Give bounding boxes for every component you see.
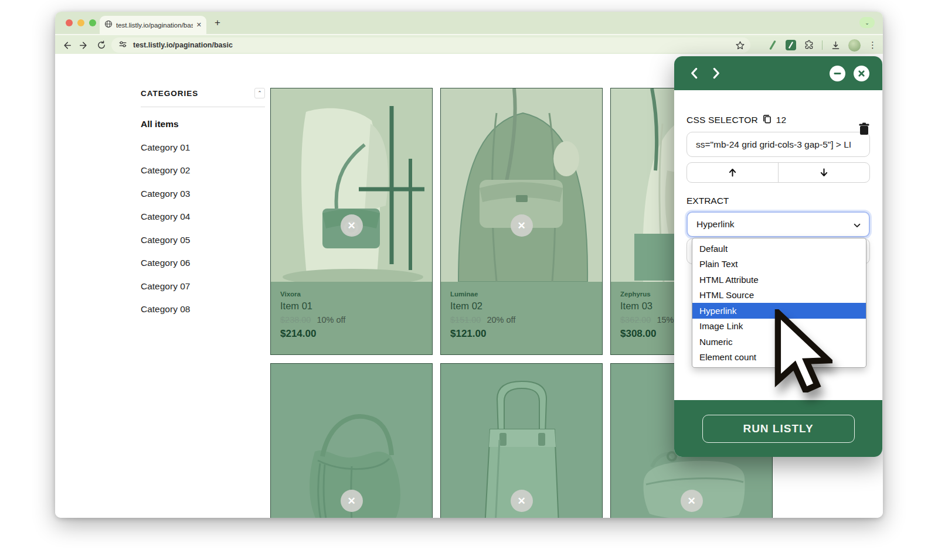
listly-panel-footer: RUN LISTLY <box>674 400 882 457</box>
sidebar-divider <box>141 107 265 107</box>
extract-selected-value: Hyperlink <box>696 219 735 230</box>
product-card[interactable]: ✕ <box>440 363 603 518</box>
categories-heading: CATEGORIES <box>141 89 198 98</box>
toolbar-divider <box>822 40 823 50</box>
minimize-window-button[interactable] <box>77 19 84 26</box>
original-price: $238.00 <box>280 315 311 325</box>
sidebar-item-category-06[interactable]: Category 06 <box>141 258 265 271</box>
back-icon[interactable] <box>61 40 72 50</box>
product-image: ✕ <box>271 364 432 518</box>
extract-select[interactable]: Hyperlink <box>686 211 870 237</box>
sidebar-item-all-items[interactable]: All items <box>141 119 265 132</box>
current-price: $121.00 <box>450 328 593 340</box>
sidebar-item-category-08[interactable]: Category 08 <box>141 304 265 317</box>
browser-window: test.listly.io/pagination/basic ✕ + ⌄ <box>55 12 883 518</box>
arrow-up-icon <box>728 168 738 177</box>
listly-panel-body: CSS SELECTOR 12 ss="mb-24 grid grid-cols… <box>674 114 882 237</box>
reload-icon[interactable] <box>96 40 107 50</box>
tab-title: test.listly.io/pagination/basic <box>116 22 193 29</box>
sidebar-item-category-03[interactable]: Category 03 <box>141 189 265 202</box>
listly-extension-icon[interactable] <box>786 40 796 50</box>
product-card[interactable]: ✕ Luminae Item 02 $151.00 20% off $121.0… <box>440 88 603 355</box>
product-name[interactable]: Item 01 <box>280 301 423 312</box>
listly-panel: CSS SELECTOR 12 ss="mb-24 grid grid-cols… <box>674 56 882 457</box>
mouse-cursor-icon <box>774 309 832 395</box>
deselect-button[interactable]: ✕ <box>681 490 703 512</box>
sidebar-item-category-02[interactable]: Category 02 <box>141 165 265 179</box>
css-selector-label: CSS SELECTOR <box>686 115 758 125</box>
tab-close-icon[interactable]: ✕ <box>196 21 202 29</box>
fullscreen-window-button[interactable] <box>89 19 96 26</box>
product-brand: Vixora <box>280 291 423 298</box>
categories-sidebar: CATEGORIES ⌃ All items Category 01 Categ… <box>141 88 265 327</box>
url-bar[interactable]: test.listly.io/pagination/basic <box>111 37 750 53</box>
option-default[interactable]: Default <box>692 241 866 257</box>
option-html-source[interactable]: HTML Source <box>692 288 866 303</box>
forward-icon[interactable] <box>79 40 89 50</box>
option-html-attribute[interactable]: HTML Attribute <box>692 272 866 288</box>
browser-toolbar: test.listly.io/pagination/basic <box>55 34 883 54</box>
deselect-button[interactable]: ✕ <box>511 214 533 237</box>
tab-search-button[interactable]: ⌄ <box>859 17 875 28</box>
selector-nav-buttons <box>686 162 870 183</box>
prev-chevron-icon[interactable] <box>687 66 702 81</box>
new-tab-button[interactable]: + <box>215 18 220 28</box>
extract-label: EXTRACT <box>686 196 870 206</box>
downloads-icon[interactable] <box>830 40 841 50</box>
original-price: $362.00 <box>620 315 651 325</box>
sidebar-item-category-07[interactable]: Category 07 <box>141 281 265 295</box>
deselect-button[interactable]: ✕ <box>341 214 363 237</box>
trash-icon[interactable] <box>858 122 871 138</box>
browser-menu-icon[interactable]: ⋮ <box>868 40 877 50</box>
url-text: test.listly.io/pagination/basic <box>133 41 233 49</box>
product-card[interactable]: ✕ Vixora Item 01 $238.00 10% off $214.00 <box>270 88 433 355</box>
close-window-button[interactable] <box>66 19 73 26</box>
site-settings-icon[interactable] <box>118 40 127 51</box>
product-brand: Luminae <box>450 291 593 298</box>
option-plain-text[interactable]: Plain Text <box>692 257 866 272</box>
original-price: $151.00 <box>450 315 481 325</box>
parent-selector-button[interactable] <box>687 163 778 182</box>
collapse-chevron-icon[interactable]: ⌃ <box>254 88 265 98</box>
product-image: ✕ <box>441 88 602 282</box>
discount-label: 10% off <box>317 315 345 325</box>
css-selector-input[interactable]: ss="mb-24 grid grid-cols-3 gap-5"] > LI <box>686 132 870 157</box>
run-listly-button[interactable]: RUN LISTLY <box>702 415 855 443</box>
screenshot-stage: test.listly.io/pagination/basic ✕ + ⌄ <box>0 0 938 560</box>
select-chevron-icon <box>853 221 861 232</box>
deselect-button[interactable]: ✕ <box>341 490 363 512</box>
copy-icon[interactable] <box>762 114 772 126</box>
extensions-puzzle-icon[interactable] <box>804 40 814 50</box>
minimize-panel-button[interactable] <box>830 66 845 81</box>
browser-tab[interactable]: test.listly.io/pagination/basic ✕ <box>100 16 206 34</box>
product-info: Vixora Item 01 $238.00 10% off $214.00 <box>271 282 432 354</box>
arrow-down-icon <box>819 168 829 177</box>
bookmark-star-icon[interactable] <box>735 40 746 50</box>
sidebar-item-category-04[interactable]: Category 04 <box>141 211 265 225</box>
listly-panel-header <box>674 56 882 90</box>
deselect-button[interactable]: ✕ <box>511 490 533 512</box>
product-image: ✕ <box>441 364 602 518</box>
tab-strip: test.listly.io/pagination/basic ✕ + ⌄ <box>55 12 883 34</box>
next-chevron-icon[interactable] <box>708 66 723 81</box>
sidebar-item-category-05[interactable]: Category 05 <box>141 235 265 248</box>
child-selector-button[interactable] <box>778 163 869 182</box>
current-price: $214.00 <box>280 328 423 340</box>
profile-avatar[interactable] <box>848 39 861 52</box>
close-panel-button[interactable] <box>854 66 869 81</box>
product-info: Luminae Item 02 $151.00 20% off $121.00 <box>441 282 602 354</box>
product-image: ✕ <box>271 88 432 282</box>
product-name[interactable]: Item 02 <box>450 301 593 312</box>
window-controls <box>66 19 96 26</box>
match-count: 12 <box>776 115 786 125</box>
listly-pen-icon[interactable] <box>767 40 778 50</box>
discount-label: 20% off <box>487 315 515 325</box>
sidebar-item-category-01[interactable]: Category 01 <box>141 142 265 156</box>
globe-favicon-icon <box>104 20 113 30</box>
product-card[interactable]: ✕ <box>270 363 433 518</box>
